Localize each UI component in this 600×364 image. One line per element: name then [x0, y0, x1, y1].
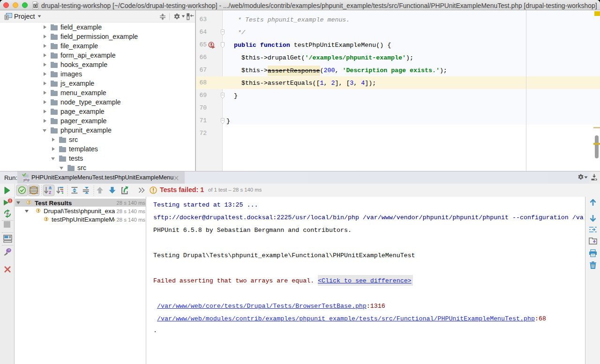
svg-text:php: php [23, 178, 30, 182]
svg-text:z: z [49, 189, 51, 195]
